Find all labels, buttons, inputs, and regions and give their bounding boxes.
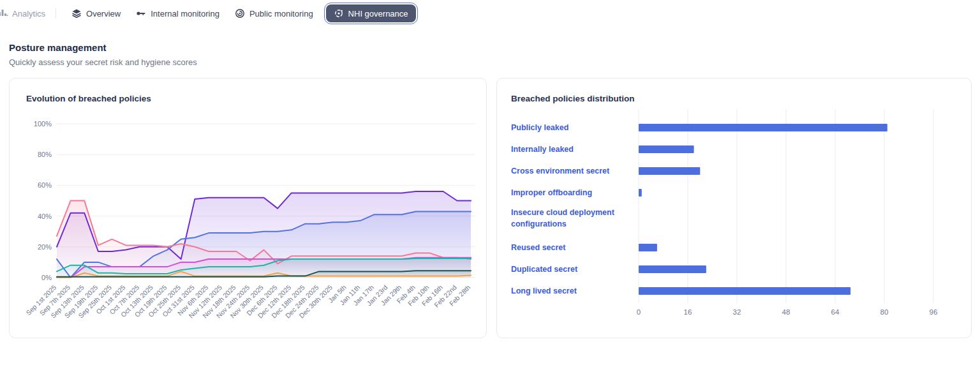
page-header: Posture management Quickly assess your s… bbox=[9, 42, 197, 67]
nav-divider bbox=[56, 8, 56, 19]
tab-public-monitoring[interactable]: Public monitoring bbox=[227, 4, 321, 22]
key-icon bbox=[136, 8, 146, 19]
y-axis-tick-label: 100% bbox=[34, 120, 52, 128]
analytics-section-label: Analytics bbox=[0, 8, 53, 20]
tab-internal-monitoring[interactable]: Internal monitoring bbox=[128, 4, 227, 22]
bar-category-label[interactable]: Insecure cloud deploymentconfigurations bbox=[511, 208, 615, 228]
bar-chart-icon bbox=[0, 8, 8, 20]
page-subtitle: Quickly assess your secret risk and hygi… bbox=[9, 57, 197, 67]
bar-category-label[interactable]: Duplicated secret bbox=[511, 265, 578, 274]
y-axis-tick-label: 0% bbox=[41, 274, 52, 281]
bar-category-label[interactable]: Internally leaked bbox=[511, 145, 574, 154]
y-axis-tick-label: 80% bbox=[38, 151, 52, 158]
tab-nhi-governance[interactable]: NHI governance bbox=[326, 4, 416, 22]
tab-label: NHI governance bbox=[348, 9, 408, 19]
bar[interactable] bbox=[639, 167, 700, 175]
bar-category-label[interactable]: Long lived secret bbox=[511, 287, 577, 295]
x-axis-tick-label: 32 bbox=[733, 308, 741, 316]
evolution-chart-svg: 0%20%40%60%80%100%Sep 1st 2025Sep 7th 20… bbox=[25, 109, 478, 338]
page-title: Posture management bbox=[9, 42, 197, 53]
tab-label: Public monitoring bbox=[249, 9, 313, 19]
bar-category-label[interactable]: Cross environment secret bbox=[511, 167, 610, 175]
layers-icon bbox=[71, 8, 82, 19]
x-axis-tick-label: 64 bbox=[831, 308, 840, 316]
bar[interactable] bbox=[639, 189, 642, 197]
bar[interactable] bbox=[639, 124, 887, 131]
distribution-chart-svg: 0163248648096Publicly leakedInternally l… bbox=[511, 101, 958, 325]
radar-icon bbox=[235, 8, 245, 19]
target-icon bbox=[334, 8, 344, 19]
x-axis-tick-label: 16 bbox=[684, 308, 692, 316]
x-axis-tick-label: 96 bbox=[930, 308, 938, 316]
top-nav: Analytics Overview Internal monitoring P… bbox=[0, 0, 980, 27]
bar[interactable] bbox=[639, 145, 694, 153]
y-axis-tick-label: 20% bbox=[38, 243, 52, 251]
y-axis-tick-label: 40% bbox=[38, 212, 52, 220]
bar[interactable] bbox=[639, 244, 657, 251]
y-axis-tick-label: 60% bbox=[38, 181, 52, 189]
distribution-card: Breached policies distribution 016324864… bbox=[496, 78, 972, 338]
x-axis-tick-label: 48 bbox=[782, 308, 791, 316]
bar[interactable] bbox=[639, 287, 850, 295]
bar-category-label[interactable]: Improper offboarding bbox=[511, 188, 592, 197]
tab-overview[interactable]: Overview bbox=[64, 4, 128, 22]
bar-category-label[interactable]: Reused secret bbox=[511, 243, 566, 252]
tab-label: Overview bbox=[86, 9, 121, 19]
cards-row: Evolution of breached policies 0%20%40%6… bbox=[9, 78, 972, 338]
evolution-chart-title: Evolution of breached policies bbox=[26, 94, 151, 103]
bar-category-label[interactable]: Publicly leaked bbox=[511, 123, 568, 132]
tab-label: Internal monitoring bbox=[151, 9, 219, 19]
x-axis-tick-label: 0 bbox=[637, 308, 641, 316]
evolution-card: Evolution of breached policies 0%20%40%6… bbox=[9, 78, 487, 338]
x-axis-tick-label: 80 bbox=[880, 308, 889, 316]
analytics-label-text: Analytics bbox=[12, 9, 45, 19]
bar[interactable] bbox=[639, 265, 706, 273]
